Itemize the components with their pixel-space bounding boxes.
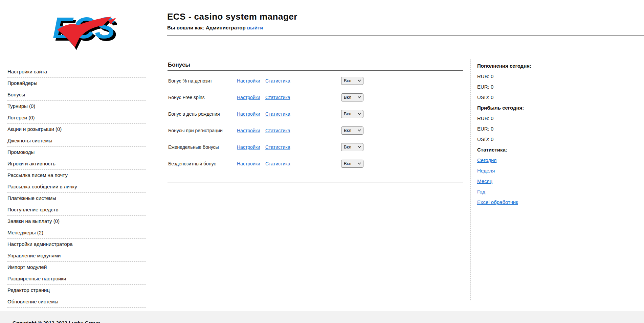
stats-link[interactable]: Статистика bbox=[265, 78, 290, 84]
bonus-state-select[interactable]: Вкл bbox=[341, 110, 363, 118]
bonus-label: Бонус % на депозит bbox=[168, 78, 212, 84]
deposits-today-heading: Пополнения сегодня: bbox=[477, 61, 619, 71]
bonus-state-select[interactable]: Вкл bbox=[341, 126, 363, 135]
currency-value: EUR: 0 bbox=[477, 123, 619, 134]
stats-link[interactable]: Статистика bbox=[265, 161, 290, 166]
bonus-state-select[interactable]: Вкл bbox=[341, 160, 363, 168]
sidebar-item[interactable]: Рассылка сообщений в личку bbox=[7, 181, 146, 193]
statistics-links: СегодняНеделяМесяцГодExcel обработчик bbox=[477, 155, 619, 207]
stats-period-link[interactable]: Неделя bbox=[477, 168, 495, 174]
bonus-label: Бонус в день рождения bbox=[168, 111, 220, 117]
bonus-label: Еженедельные бонусы bbox=[168, 144, 219, 150]
bonus-row: Бонус в день рождения Настройки Статисти… bbox=[168, 106, 463, 122]
sidebar-item[interactable]: Акции и розыгрыши (0) bbox=[7, 124, 146, 135]
settings-link[interactable]: Настройки bbox=[237, 144, 260, 150]
page-title: ECS - casino system manager bbox=[167, 11, 297, 22]
header-divider bbox=[167, 35, 644, 36]
sidebar-item[interactable]: Редактор страниц bbox=[7, 285, 146, 296]
stats-period-link[interactable]: Сегодня bbox=[477, 157, 497, 163]
sidebar-item[interactable]: Настройки администратора bbox=[7, 239, 146, 250]
deposits-today-values: RUB: 0EUR: 0USD: 0 bbox=[477, 71, 619, 102]
sidebar-item[interactable]: Расширенные настройки bbox=[7, 273, 146, 285]
stats-period-link[interactable]: Год bbox=[477, 189, 485, 194]
profit-today-heading: Прибыль сегодня: bbox=[477, 102, 619, 113]
statistics-heading: Статистика: bbox=[477, 144, 619, 155]
bonus-state-select-wrap: Вкл bbox=[341, 126, 363, 135]
profit-today-values: RUB: 0EUR: 0USD: 0 bbox=[477, 113, 619, 144]
bonus-state-select-wrap: Вкл bbox=[341, 160, 363, 168]
sidebar-item[interactable]: Заявки на выплату (0) bbox=[7, 216, 146, 227]
bonus-state-select[interactable]: Вкл bbox=[341, 143, 363, 151]
stats-link[interactable]: Статистика bbox=[265, 111, 290, 117]
currency-value: RUB: 0 bbox=[477, 113, 619, 123]
settings-link[interactable]: Настройки bbox=[237, 111, 260, 117]
stats-link[interactable]: Статистика bbox=[265, 144, 290, 150]
footer: Copyright © 2012-2022 Lucky Group bbox=[0, 311, 644, 323]
sidebar-main-divider bbox=[162, 59, 162, 301]
right-panel: Пополнения сегодня: RUB: 0EUR: 0USD: 0 П… bbox=[477, 61, 619, 207]
currency-value: RUB: 0 bbox=[477, 71, 619, 82]
sidebar-item[interactable]: Джекпоты системы bbox=[7, 135, 146, 147]
bonus-label: Бонус Free spins bbox=[168, 95, 205, 100]
stats-period-link[interactable]: Excel обработчик bbox=[477, 199, 518, 205]
bonus-row: Бездепозитный бонус Настройки Статистика… bbox=[168, 155, 463, 172]
bonus-state-select-wrap: Вкл bbox=[341, 110, 363, 118]
stats-period-link[interactable]: Месяц bbox=[477, 178, 492, 184]
bonus-row: Бонусы при регистрации Настройки Статист… bbox=[168, 122, 463, 139]
ecs-logo[interactable]: ECS ECS bbox=[46, 6, 117, 52]
sidebar-item[interactable]: Турниры (0) bbox=[7, 101, 146, 112]
sidebar-item[interactable]: Настройки сайта bbox=[7, 66, 146, 78]
sidebar-item[interactable]: Игроки и активность bbox=[7, 158, 146, 170]
bonus-state-select[interactable]: Вкл bbox=[341, 93, 363, 101]
logout-link[interactable]: выйти bbox=[247, 25, 263, 30]
bonus-state-select-wrap: Вкл bbox=[341, 93, 363, 101]
section-title: Бонусы bbox=[168, 62, 190, 68]
sidebar-item[interactable]: Поступление средств bbox=[7, 204, 146, 216]
bonus-label: Бездепозитный бонус bbox=[168, 161, 216, 166]
login-status: Вы вошли как: Администратор выйти bbox=[167, 25, 263, 30]
sidebar-item[interactable]: Провайдеры bbox=[7, 78, 146, 89]
bonus-row: Бонус % на депозит Настройки Статистика … bbox=[168, 72, 463, 89]
settings-link[interactable]: Настройки bbox=[237, 161, 260, 166]
login-label: Вы вошли как: Администратор bbox=[167, 25, 246, 30]
settings-link[interactable]: Настройки bbox=[237, 78, 260, 84]
bonus-state-select[interactable]: Вкл bbox=[341, 77, 363, 85]
bonus-state-select-wrap: Вкл bbox=[341, 77, 363, 85]
sidebar-item[interactable]: Лотереи (0) bbox=[7, 112, 146, 124]
bonus-label: Бонусы при регистрации bbox=[168, 128, 223, 133]
currency-value: USD: 0 bbox=[477, 134, 619, 144]
sidebar-item[interactable]: Бонусы bbox=[7, 89, 146, 101]
bonus-state-select-wrap: Вкл bbox=[341, 143, 363, 151]
stats-link[interactable]: Статистика bbox=[265, 128, 290, 133]
bonus-list: Бонус % на депозит Настройки Статистика … bbox=[168, 72, 463, 172]
bonus-row: Еженедельные бонусы Настройки Статистика… bbox=[168, 139, 463, 155]
sidebar-item[interactable]: Промокоды bbox=[7, 147, 146, 158]
currency-value: EUR: 0 bbox=[477, 82, 619, 92]
sidebar-menu: Настройки сайтаПровайдерыБонусыТурниры (… bbox=[7, 66, 146, 308]
sidebar-item[interactable]: Импорт модулей bbox=[7, 262, 146, 273]
currency-value: USD: 0 bbox=[477, 92, 619, 102]
main-rightpanel-divider bbox=[470, 59, 471, 301]
sidebar-item[interactable]: Платёжные системы bbox=[7, 193, 146, 204]
copyright-text: Copyright © 2012-2022 Lucky Group bbox=[13, 320, 100, 323]
section-bottom-divider bbox=[168, 183, 463, 183]
settings-link[interactable]: Настройки bbox=[237, 95, 260, 100]
sidebar-item[interactable]: Менеджеры (2) bbox=[7, 227, 146, 239]
sidebar-item[interactable]: Рассылка писем на почту bbox=[7, 170, 146, 181]
stats-link[interactable]: Статистика bbox=[265, 95, 290, 100]
bonus-row: Бонус Free spins Настройки Статистика Вк… bbox=[168, 89, 463, 106]
section-top-divider bbox=[168, 70, 463, 71]
sidebar-item[interactable]: Управление модулями bbox=[7, 250, 146, 262]
sidebar-item[interactable]: Обновление системы bbox=[7, 296, 146, 308]
settings-link[interactable]: Настройки bbox=[237, 128, 260, 133]
